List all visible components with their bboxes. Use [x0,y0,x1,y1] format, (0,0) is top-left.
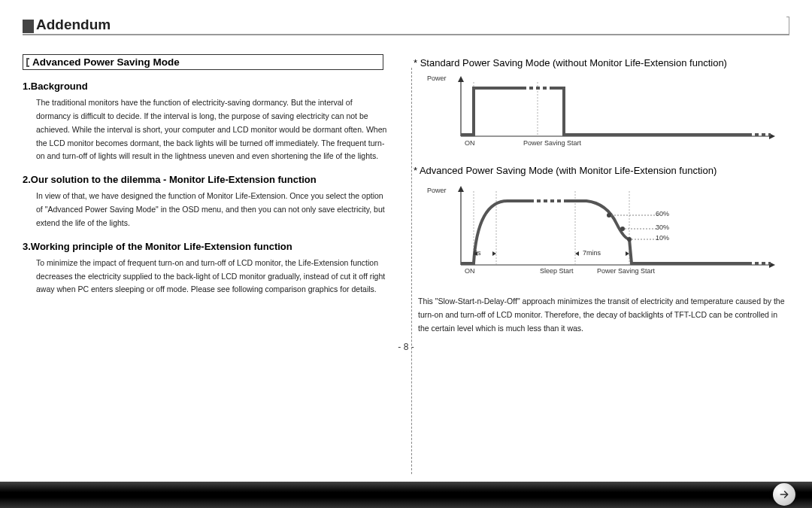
heading-principle: 3.Working principle of the Monitor Life-… [23,241,387,252]
page-title: Addendum [36,17,111,33]
para-principle: To minimize the impact of frequent turn-… [23,257,387,297]
heading-solution: 2.Our solution to the dilemma - Monitor … [23,174,387,185]
graph2-7mins: 7mins [583,249,601,257]
graph2-p10: 10% [656,234,669,242]
graph2-svg [429,182,782,280]
arrow-right-icon [778,488,790,500]
graph2-sleep: Sleep Start [540,267,574,275]
next-page-button[interactable] [773,483,795,506]
page-header: Addendum [0,0,812,39]
graph-standard: Power ON Power Saving Start [429,75,782,150]
title-block-icon [23,20,34,33]
section-box-label: Advanced Power Saving Mode [32,56,180,68]
graph-advanced: Power [429,182,782,280]
graph2-p30: 30% [656,224,669,231]
graph1-svg [429,75,782,150]
graph2-pss: Power Saving Start [597,267,655,275]
svg-point-16 [627,237,632,242]
graph2-p60: 60% [656,210,669,217]
graph2-on: ON [465,267,475,275]
svg-point-14 [607,213,611,217]
svg-marker-22 [575,251,579,256]
section-box: Advanced Power Saving Mode [23,54,383,70]
right-title-advanced: * Advanced Power Saving Mode (with Monit… [414,165,789,176]
title-rule [23,34,789,35]
title-rule-cap [786,17,789,35]
para-background: The traditional monitors have the functi… [23,96,387,163]
graph1-on: ON [465,139,475,147]
svg-marker-21 [492,251,496,256]
heading-background: 1.Background [23,81,387,92]
svg-marker-23 [626,251,629,256]
para-solution: In view of that, we have designed the fu… [23,190,387,230]
graph2-ylabel: Power [427,187,447,194]
column-divider [411,68,412,474]
svg-marker-7 [458,186,464,192]
graph1-pss: Power Saving Start [523,139,581,147]
footer-bar [0,482,812,508]
right-footnote: This "Slow-Start-n-Delay-Off" approach m… [414,295,789,336]
right-title-standard: * Standard Power Saving Mode (without Mo… [414,57,789,68]
left-column: Advanced Power Saving Mode 1.Background … [23,47,406,336]
body-columns: Advanced Power Saving Mode 1.Background … [0,39,812,336]
graph1-ylabel: Power [427,75,447,82]
svg-point-15 [620,227,625,231]
graph2-5s: 5s [474,249,481,257]
right-column: * Standard Power Saving Mode (without Mo… [406,47,789,336]
svg-marker-1 [458,76,464,82]
bracket-icon [26,58,29,67]
page-number: - 8 - [0,342,812,352]
